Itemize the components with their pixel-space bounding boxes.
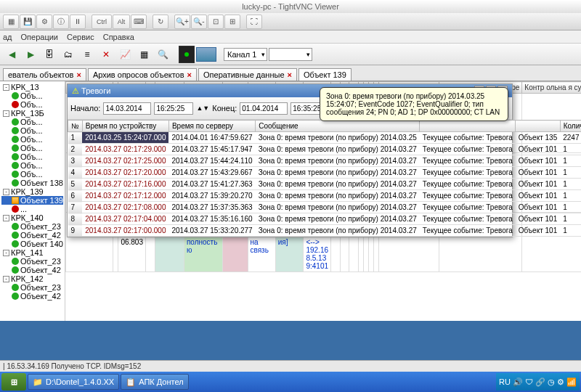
- tray-icon[interactable]: 🔗: [535, 377, 545, 387]
- start-date-input[interactable]: [103, 102, 151, 115]
- column-header[interactable]: [420, 121, 516, 132]
- back-icon[interactable]: ◀: [3, 46, 20, 63]
- expand-icon[interactable]: -: [3, 189, 9, 195]
- column-header[interactable]: Контр ольна я сумма дл иск: [522, 82, 581, 94]
- column-header[interactable]: Время по серверу: [168, 121, 255, 132]
- alt-key-button[interactable]: Alt: [113, 15, 130, 29]
- alarm-row[interactable]: 52014.03.27 02:17:16.0002014.03.27 15:41…: [68, 179, 582, 190]
- tree-node[interactable]: Объ...: [1, 91, 63, 100]
- ctrl-key-button[interactable]: Ctrl: [92, 15, 112, 29]
- tree-node[interactable]: Объ...: [1, 152, 63, 161]
- close-icon[interactable]: ×: [187, 70, 192, 79]
- end-date-input[interactable]: [240, 102, 288, 115]
- search-icon[interactable]: 🔍: [154, 46, 171, 63]
- tree-node[interactable]: Объект_42: [1, 292, 63, 301]
- column-header[interactable]: [516, 121, 561, 132]
- new-connection-icon[interactable]: ▦: [3, 15, 19, 29]
- tree-node[interactable]: -КРК_13: [1, 83, 63, 91]
- tray-icon[interactable]: ◷: [548, 377, 555, 387]
- tree-node[interactable]: -КРК_142: [1, 274, 63, 283]
- channel2-dropdown[interactable]: [269, 48, 312, 61]
- column-header[interactable]: Количе: [560, 121, 581, 132]
- language-indicator[interactable]: RU: [499, 377, 511, 386]
- alarms-table[interactable]: №Время по устройствуВремя по серверуСооб…: [68, 120, 581, 237]
- expand-icon[interactable]: -: [3, 276, 9, 282]
- fullscreen-icon[interactable]: ⛶: [246, 15, 262, 29]
- close-icon[interactable]: ×: [288, 70, 292, 79]
- chart-icon[interactable]: 📈: [116, 46, 134, 63]
- tree-node[interactable]: Объект 138: [1, 179, 63, 187]
- delete-icon[interactable]: ✕: [97, 46, 115, 63]
- db-icon[interactable]: 🗄: [41, 46, 58, 63]
- table-icon[interactable]: ▦: [135, 46, 153, 63]
- save-icon[interactable]: 💾: [20, 15, 36, 29]
- taskbar-item-explorer[interactable]: 📁 D:\Dontel_1.4.0.XX: [28, 374, 119, 390]
- alarm-row[interactable]: 62014.03.27 02:17:12.0002014.03.27 15:39…: [68, 190, 582, 202]
- menu-help[interactable]: Справка: [103, 33, 134, 41]
- tree-node[interactable]: Объект_23: [1, 283, 63, 292]
- tree-node[interactable]: Объ...: [1, 170, 63, 179]
- menu-operations[interactable]: Операции: [21, 33, 58, 41]
- expand-icon[interactable]: -: [3, 110, 9, 117]
- tree-node[interactable]: Объ...: [1, 144, 63, 152]
- refresh-icon[interactable]: ↻: [153, 15, 168, 29]
- menu-ad[interactable]: ад: [3, 33, 12, 41]
- tab-objects-browser[interactable]: еватель объектов×: [3, 68, 86, 81]
- zoom-fit-icon[interactable]: ⊞: [224, 15, 240, 29]
- options-icon[interactable]: ⚙: [36, 15, 52, 29]
- expand-icon[interactable]: -: [3, 250, 9, 256]
- cad-icon[interactable]: ⌨: [131, 15, 147, 29]
- tab-operational[interactable]: Оперативные данные×: [198, 68, 297, 81]
- tree-node[interactable]: -КРК_13Б: [1, 109, 63, 118]
- channel-dropdown[interactable]: Канал 1: [224, 48, 267, 61]
- alarm-row[interactable]: 92014.03.27 02:17:00.0002014.03.27 15:33…: [68, 225, 582, 237]
- zoom-out-icon[interactable]: 🔍-: [191, 15, 207, 29]
- tree-node[interactable]: -КРК_141: [1, 248, 63, 257]
- start-button[interactable]: ⊞: [1, 373, 26, 391]
- tree-node[interactable]: -КРК_140: [1, 213, 63, 222]
- alarm-row[interactable]: 42014.03.27 02:17:20.0002014.03.27 15:43…: [68, 167, 582, 179]
- taskbar-item-app[interactable]: 📋 АПК Донтел: [121, 374, 188, 390]
- tree-node[interactable]: Объ...: [1, 118, 63, 126]
- zoom-in-icon[interactable]: 🔍+: [174, 15, 190, 29]
- pause-icon[interactable]: ⏸: [70, 15, 86, 29]
- expand-icon[interactable]: -: [3, 215, 9, 221]
- object-tree[interactable]: -КРК_13Объ...Объ...-КРК_13БОбъ...Объ...О…: [0, 81, 65, 321]
- alarm-row[interactable]: 22014.03.27 02:17:29.0002014.03.27 15:45…: [68, 144, 582, 155]
- column-header[interactable]: №: [68, 121, 83, 132]
- tree-node[interactable]: Объект 139: [1, 196, 63, 205]
- forward-icon[interactable]: ▶: [22, 46, 39, 63]
- tree-node[interactable]: Объект_23: [1, 257, 63, 266]
- tray-icon[interactable]: 🔊: [513, 377, 523, 387]
- start-time-input[interactable]: [154, 102, 193, 115]
- expand-icon[interactable]: -: [3, 84, 9, 91]
- tray-icon[interactable]: ⚙: [557, 377, 564, 387]
- tab-object-139[interactable]: Объект 139: [298, 68, 352, 81]
- cell: Объект 135: [516, 132, 561, 144]
- alarm-row[interactable]: 82014.03.27 02:17:04.0002014.03.27 15:35…: [68, 213, 582, 225]
- tab-archive[interactable]: Архив опросов объектов×: [88, 68, 197, 81]
- tree-node[interactable]: Объ...: [1, 161, 63, 170]
- alarm-row[interactable]: 12014.03.25 15:24:07.0002014.04.01 16:47…: [68, 132, 582, 144]
- info-icon[interactable]: ⓘ: [53, 15, 69, 29]
- tree-node[interactable]: Объект_42: [1, 266, 63, 274]
- close-icon[interactable]: ×: [76, 70, 81, 79]
- column-header[interactable]: Время по устройству: [82, 121, 168, 132]
- menu-service[interactable]: Сервис: [67, 33, 94, 41]
- tray-icon[interactable]: 🛡: [525, 377, 533, 386]
- tree-node[interactable]: ...: [1, 205, 63, 213]
- tray-icon[interactable]: 📶: [566, 377, 577, 387]
- list-icon[interactable]: ≡: [78, 46, 96, 63]
- tree-node[interactable]: -КРК_139: [1, 187, 63, 196]
- zoom-100-icon[interactable]: ⊡: [208, 15, 224, 29]
- alarm-row[interactable]: 72014.03.27 02:17:08.0002014.03.27 15:37…: [68, 202, 582, 213]
- cards-icon[interactable]: 🗂: [60, 46, 77, 63]
- alarm-row[interactable]: 32014.03.27 02:17:25.0002014.03.27 15:44…: [68, 155, 582, 167]
- tree-node[interactable]: Объ...: [1, 100, 63, 109]
- tree-node[interactable]: Объект_23: [1, 222, 63, 231]
- tree-node[interactable]: Объ...: [1, 135, 63, 144]
- tree-node[interactable]: Объект 140: [1, 240, 63, 248]
- column-header[interactable]: Сообщение: [256, 121, 420, 132]
- tree-node[interactable]: Объ...: [1, 126, 63, 135]
- tree-node[interactable]: Объект_42: [1, 231, 63, 240]
